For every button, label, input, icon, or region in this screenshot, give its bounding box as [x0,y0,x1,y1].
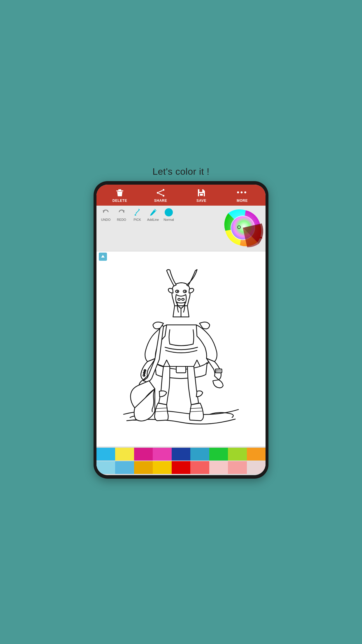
color-swatch-blush[interactable] [209,461,228,474]
color-swatch-lime[interactable] [228,448,247,461]
svg-line-6 [159,193,163,195]
share-label: SHARE [154,199,167,203]
redo-button[interactable]: REDO [114,207,129,221]
color-wheel-container[interactable] [222,207,263,249]
pick-button[interactable]: PICK [130,207,145,221]
color-swatch-red[interactable] [172,461,190,474]
color-swatch-teal[interactable] [190,448,209,461]
trash-icon [115,188,124,197]
svg-line-5 [159,190,163,192]
sub-toolbar: UNDO REDO [98,207,176,221]
svg-rect-1 [118,189,121,191]
delete-button[interactable]: DELETE [111,188,129,203]
palette-row-2 [96,461,266,474]
canvas-area[interactable]: .line { fill: none; stroke: #111; stroke… [96,251,266,447]
svg-rect-34 [176,367,186,373]
share-button[interactable]: SHARE [152,188,169,203]
undo-label: UNDO [101,218,110,221]
expand-icon [100,254,106,259]
normal-label: Normal [164,218,174,221]
save-button[interactable]: SAVE [193,188,210,203]
save-icon [197,188,206,197]
color-swatch-salmon[interactable] [190,461,209,474]
redo-label: REDO [117,218,126,221]
svg-point-28 [184,291,186,292]
color-swatch-green[interactable] [209,448,228,461]
color-swatch-peach[interactable] [228,461,247,474]
more-button[interactable]: ••• MORE [233,188,251,203]
color-swatch-magenta[interactable] [134,448,153,461]
color-swatch-dusty[interactable] [247,461,266,474]
color-swatch-pink[interactable] [153,448,171,461]
addline-label: AddLine [147,218,159,221]
palette-area [96,447,266,475]
color-swatch-light-cyan[interactable] [96,461,115,474]
pick-label: PICK [133,218,141,221]
svg-point-2 [163,189,164,191]
color-swatch-sky[interactable] [115,461,134,474]
more-icon: ••• [238,188,247,197]
minotaur-drawing: .line { fill: none; stroke: #111; stroke… [105,261,257,437]
color-swatch-amber[interactable] [134,461,153,474]
svg-point-4 [163,195,164,197]
palette-row-1 [96,448,266,461]
save-label: SAVE [196,199,206,203]
color-wheel[interactable] [222,207,263,248]
undo-button[interactable]: UNDO [98,207,113,221]
share-icon [156,188,165,197]
color-swatch-orange[interactable] [247,448,266,461]
svg-marker-22 [101,255,105,258]
addline-button[interactable]: AddLine [145,207,161,221]
svg-rect-7 [199,189,202,192]
normal-button[interactable]: Normal [161,207,176,221]
color-swatch-cyan[interactable] [96,448,115,461]
expand-button[interactable] [99,253,107,261]
pen-icon [148,208,158,217]
svg-point-27 [177,291,178,292]
svg-point-3 [157,192,159,194]
undo-icon [101,208,110,217]
color-swatch-gold[interactable] [153,461,171,474]
svg-point-15 [165,208,173,216]
phone-screen: DELETE SHARE [96,185,266,475]
color-swatch-navy[interactable] [172,448,190,461]
svg-rect-12 [135,214,136,216]
redo-icon [117,208,126,217]
more-label: MORE [237,199,248,203]
normal-circle-icon [164,207,174,217]
eyedropper-icon [133,208,142,217]
page-title: Let's color it ! [152,161,210,181]
color-swatch-yellow[interactable] [115,448,134,461]
top-toolbar: DELETE SHARE [96,185,266,206]
svg-rect-9 [200,194,203,196]
coloring-canvas[interactable]: .line { fill: none; stroke: #111; stroke… [96,251,266,447]
delete-label: DELETE [113,199,127,203]
phone-frame: DELETE SHARE [94,181,268,479]
phone-wrapper: Let's color it ! DELETE [91,161,271,483]
